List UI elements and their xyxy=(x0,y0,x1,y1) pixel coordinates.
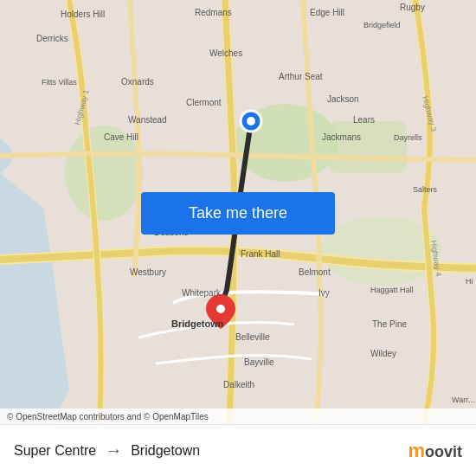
svg-text:Haggatt Hall: Haggatt Hall xyxy=(370,286,414,294)
map-attribution: © OpenStreetMap contributors and © OpenM… xyxy=(0,408,476,424)
svg-text:Redmans: Redmans xyxy=(195,8,232,17)
svg-text:Derricks: Derricks xyxy=(36,34,68,43)
svg-text:Welches: Welches xyxy=(209,48,242,58)
svg-text:Belmont: Belmont xyxy=(299,267,331,277)
moovit-logo: moovit xyxy=(408,440,462,462)
destination-label: Bridgetown xyxy=(131,443,200,459)
svg-text:Cave Hill: Cave Hill xyxy=(104,132,138,142)
svg-text:Frank Hall: Frank Hall xyxy=(241,249,280,259)
svg-text:The Pine: The Pine xyxy=(372,319,407,329)
svg-point-8 xyxy=(216,305,225,313)
svg-text:Bayville: Bayville xyxy=(244,357,274,367)
svg-point-6 xyxy=(247,117,255,125)
svg-text:Warr...: Warr... xyxy=(452,396,474,404)
svg-text:Arthur Seat: Arthur Seat xyxy=(279,72,323,81)
map-container: Holders Hill Redmans Edge Hill Bridgefie… xyxy=(0,0,476,424)
svg-text:Wanstead: Wanstead xyxy=(128,115,167,125)
svg-text:Oxnards: Oxnards xyxy=(121,77,154,87)
svg-text:Rugby: Rugby xyxy=(400,3,425,12)
svg-text:Ivy: Ivy xyxy=(318,288,330,298)
route-arrow: → xyxy=(105,441,122,460)
svg-text:Dayrells: Dayrells xyxy=(394,133,422,142)
svg-text:Whitepark: Whitepark xyxy=(182,288,222,298)
svg-text:Lears: Lears xyxy=(353,115,375,125)
svg-text:Bridgetown: Bridgetown xyxy=(171,318,224,329)
svg-text:Salters: Salters xyxy=(413,185,438,194)
svg-text:Dalkeith: Dalkeith xyxy=(223,380,254,389)
svg-text:Clermont: Clermont xyxy=(186,98,222,107)
svg-text:Hi: Hi xyxy=(466,277,473,286)
svg-text:Westbury: Westbury xyxy=(130,267,166,277)
route-info: Super Centre → Bridgetown xyxy=(14,441,200,460)
footer: Super Centre → Bridgetown moovit xyxy=(0,424,476,476)
svg-text:Jackson: Jackson xyxy=(327,94,359,104)
moovit-rest: oovit xyxy=(425,443,462,460)
svg-text:Edge Hill: Edge Hill xyxy=(310,8,344,17)
svg-text:Jackmans: Jackmans xyxy=(322,132,361,142)
svg-text:Bridgefield: Bridgefield xyxy=(363,21,401,29)
svg-text:Wildey: Wildey xyxy=(370,349,396,358)
svg-rect-3 xyxy=(329,121,407,173)
take-me-there-button[interactable]: Take me there xyxy=(141,192,335,235)
svg-text:Holders Hill: Holders Hill xyxy=(61,10,105,19)
svg-text:Fitts Villas: Fitts Villas xyxy=(42,78,77,87)
moovit-branding: moovit xyxy=(408,440,462,462)
origin-label: Super Centre xyxy=(14,443,96,459)
moovit-m-letter: m xyxy=(408,440,425,461)
svg-text:Belleville: Belleville xyxy=(235,332,270,342)
